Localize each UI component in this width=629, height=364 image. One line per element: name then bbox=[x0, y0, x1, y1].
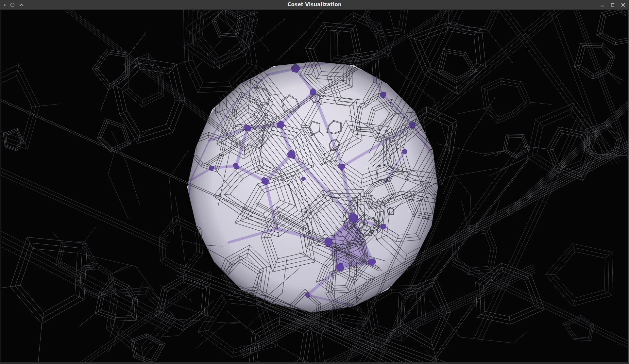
visualization-canvas[interactable] bbox=[0, 10, 629, 364]
titlebar[interactable]: Coset Visualization bbox=[0, 0, 629, 10]
window-border[interactable] bbox=[0, 362, 629, 364]
chevron-up-icon bbox=[19, 4, 24, 7]
circle-icon bbox=[10, 3, 14, 7]
window-border bbox=[0, 10, 1, 364]
window-controls bbox=[600, 0, 626, 10]
dot-indicator-icon bbox=[4, 4, 6, 6]
close-button[interactable] bbox=[620, 2, 626, 8]
titlebar-left-icons bbox=[4, 0, 24, 10]
window-title: Coset Visualization bbox=[0, 0, 629, 10]
minimize-button[interactable] bbox=[600, 2, 605, 8]
maximize-button[interactable] bbox=[610, 2, 615, 8]
app-window: Coset Visualization bbox=[0, 0, 629, 364]
